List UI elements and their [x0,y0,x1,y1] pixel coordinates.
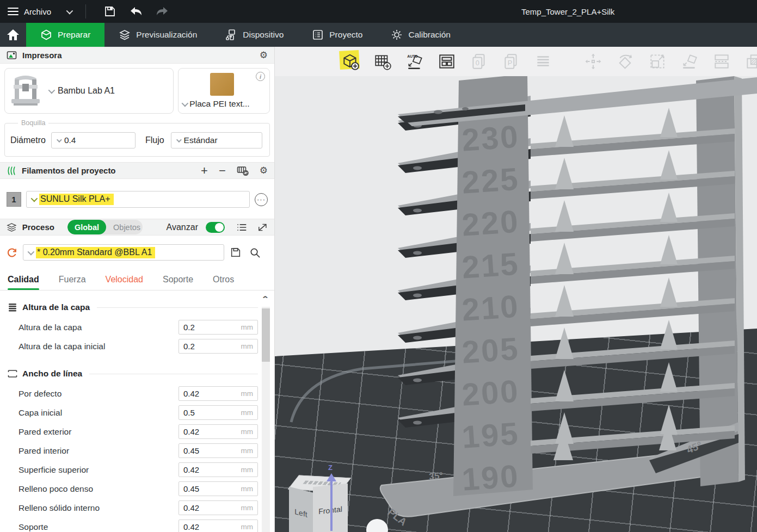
layer-height-icon [8,303,17,312]
scope-objects[interactable]: Objetos [106,220,143,234]
scope-global[interactable]: Global [67,220,106,234]
setting-row: Relleno sólido interno 0.42mm [8,498,258,517]
split-button [712,52,731,71]
tab-device[interactable]: Dispositivo [211,23,298,47]
undo-button[interactable] [128,3,144,20]
tower-temp-label: 200 [461,373,521,412]
tower-temp-label: 215 [461,245,521,284]
reset-preset-icon[interactable] [7,247,17,258]
auto-orient-button[interactable]: AUTO [405,52,424,71]
home-button[interactable] [0,23,26,47]
advanced-label: Avanzar [167,222,198,232]
filament-more-button[interactable]: ··· [255,193,268,206]
add-plate-button[interactable] [373,52,392,71]
file-menu[interactable]: Archivo [24,7,51,16]
tower-temp-label: 225 [461,160,521,200]
bed-type-select[interactable]: Placa PEI text... [182,99,249,109]
svg-text:0: 0 [476,59,479,67]
menu-icon[interactable] [8,8,19,15]
setting-row: Pared exterior 0.42mm [8,422,258,441]
filament-slot-number[interactable]: 1 [7,192,21,207]
tab-calibration[interactable]: Calibración [377,23,465,47]
bed-type-card[interactable]: i Placa PEI text... [178,68,270,114]
layer-height-input[interactable]: 0.2mm [179,320,258,335]
add-filament-button[interactable]: + [201,165,208,177]
chevron-down-icon [182,100,189,107]
filament-settings-gear-icon[interactable]: ⚙ [260,166,268,175]
printer-card[interactable]: Bambu Lab A1 [4,68,174,114]
process-header: Proceso Global Objetos Avanzar [0,219,274,236]
z-axis-label: Z [328,463,333,472]
diameter-label: Diámetro [10,135,46,145]
cube-left-face[interactable]: Left [289,487,313,532]
side-panel: Impresora ⚙ Bambu Lab A1 i [0,47,275,532]
tab-project[interactable]: Proyecto [298,23,377,47]
printer-header: Impresora ⚙ [0,47,274,64]
diameter-select[interactable]: 0.4 [51,132,136,149]
scope-toggle[interactable]: Global Objetos [67,220,143,234]
lay-flat-button [680,52,699,71]
search-icon[interactable] [249,247,261,258]
temp-tower-model[interactable]: 230 225 220 215 210 205 200 195 190 35° … [275,47,757,532]
tab-quality[interactable]: Calidad [8,271,39,290]
ams-sync-icon[interactable] [237,166,249,176]
tab-preview[interactable]: Previsualización [104,23,211,47]
svg-text:P: P [508,59,513,67]
save-button[interactable] [102,3,118,20]
printer-select[interactable]: Bambu Lab A1 [48,86,115,96]
process-icon [7,222,17,232]
support-line-width-input[interactable]: 0.42mm [179,519,258,532]
tab-strength[interactable]: Fuerza [59,271,86,290]
process-preset-select[interactable]: * 0.20mm Standard @BBL A1 [23,244,224,261]
top-surface-line-width-input[interactable]: 0.42mm [179,462,258,477]
default-line-width-input[interactable]: 0.42mm [179,386,258,401]
info-icon[interactable]: i [256,72,265,81]
tab-prepare[interactable]: Preparar [26,23,104,47]
move-button [584,52,602,71]
printer-settings-gear-icon[interactable]: ⚙ [260,51,268,60]
flow-label: Flujo [145,135,164,145]
viewport-3d[interactable]: 230 225 220 215 210 205 200 195 190 35° … [275,47,757,532]
scrollbar-thumb[interactable] [262,308,270,362]
chevron-down-icon [48,86,56,94]
save-preset-icon[interactable] [230,246,242,258]
paste-button: P [502,52,520,71]
window-title: Temp_Tower_2_PLA+Silk [521,0,614,23]
filament-select[interactable]: SUNLU Silk PLA+ [26,191,250,208]
parameter-list-icon[interactable] [237,223,247,232]
scroll-up-icon[interactable]: ⌃ [261,295,269,303]
chevron-down-icon[interactable] [66,7,73,14]
arrange-button[interactable] [438,52,456,71]
flow-select[interactable]: Estándar [171,132,262,149]
tower-temp-label: 190 [461,457,521,497]
settings-scrollbar[interactable]: ⌃ [261,295,271,532]
add-object-button[interactable] [341,52,360,71]
chevron-down-icon [57,137,62,143]
scrollbar-track[interactable] [262,307,270,532]
inner-wall-line-width-input[interactable]: 0.45mm [179,443,258,458]
outer-wall-line-width-input[interactable]: 0.42mm [179,424,258,439]
sparse-infill-line-width-input[interactable]: 0.45mm [179,481,258,496]
internal-solid-infill-line-width-input[interactable]: 0.42mm [179,500,258,515]
tower-temp-label: 205 [461,330,521,369]
flushing-volumes-icon[interactable] [257,222,268,232]
divider [85,4,86,18]
orientation-cube[interactable]: Left Frontal Z [288,478,359,532]
remove-filament-button[interactable]: − [219,165,226,177]
tab-others[interactable]: Otros [213,271,234,290]
setting-row: Soporte 0.42mm [8,517,258,532]
nozzle-group: Boquilla Diámetro 0.4 Flujo Estándar [4,119,270,157]
copy-button: 0 [470,52,488,71]
initial-layer-height-input[interactable]: 0.2mm [179,339,258,354]
initial-layer-line-width-input[interactable]: 0.5mm [179,405,258,420]
tower-temp-label: 220 [461,203,521,242]
nozzle-legend: Boquilla [18,119,48,127]
setting-row: Relleno poco denso 0.45mm [8,479,258,498]
filaments-title: Filamentos del proyecto [22,166,116,175]
advanced-toggle[interactable] [206,222,225,233]
redo-button[interactable] [154,3,170,20]
tab-speed[interactable]: Velocidad [106,271,143,290]
process-title: Proceso [22,222,54,232]
setting-row: Pared interior 0.45mm [8,441,258,460]
tab-support[interactable]: Soporte [163,271,193,290]
